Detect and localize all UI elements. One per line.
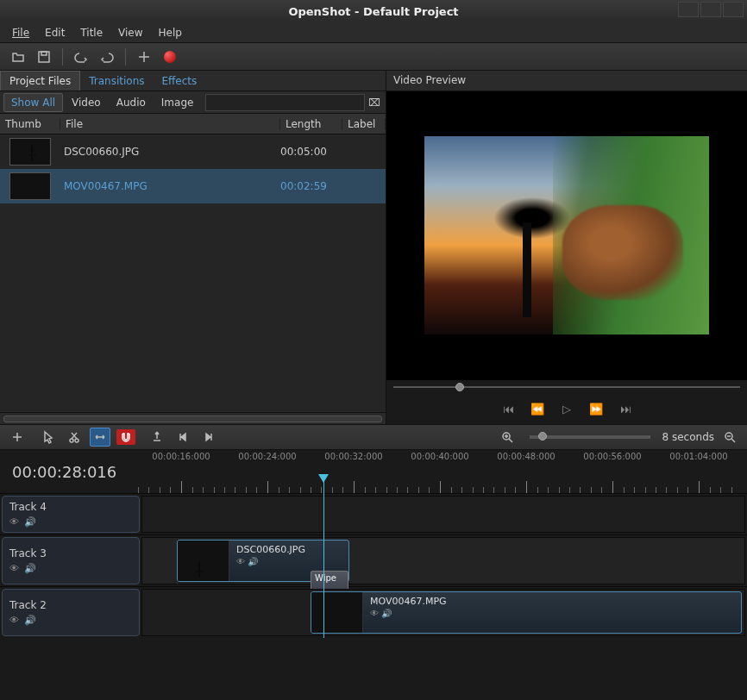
open-button[interactable] <box>7 47 29 67</box>
filter-image[interactable]: Image <box>154 94 201 111</box>
svg-rect-1 <box>41 52 47 55</box>
file-thumbnail <box>9 138 51 166</box>
left-tabs: Project Files Transitions Effects <box>0 71 386 91</box>
speaker-icon: 🔊 <box>248 557 258 566</box>
eye-icon: 👁 <box>236 557 245 566</box>
magnet-icon <box>116 429 135 445</box>
close-button[interactable] <box>723 2 744 17</box>
zoom-slider[interactable] <box>530 435 650 439</box>
menu-title[interactable]: Title <box>73 25 110 41</box>
eye-icon[interactable]: 👁 <box>9 563 19 574</box>
track-header[interactable]: Track 3 👁🔊 <box>2 537 140 584</box>
track-body[interactable] <box>141 496 745 533</box>
track-body[interactable]: DSC00660.JPG 👁 🔊 Wipe ... <box>141 537 745 584</box>
file-row[interactable]: MOV00467.MPG 00:02:59 <box>0 169 386 203</box>
file-length: 00:02:59 <box>280 180 342 192</box>
filter-search-input[interactable] <box>205 94 365 111</box>
menu-help[interactable]: Help <box>152 25 189 41</box>
minimize-button[interactable] <box>678 2 699 17</box>
timeline-tracks: Track 4 👁🔊 Track 3 👁🔊 DSC00660.JPG 👁 🔊 <box>0 493 747 638</box>
zoom-in-button[interactable] <box>497 428 518 447</box>
pointer-tool[interactable] <box>38 428 59 447</box>
file-name: DSC00660.JPG <box>60 146 280 158</box>
preview-image <box>424 136 709 334</box>
next-marker-button[interactable] <box>198 428 219 447</box>
add-marker-button[interactable] <box>147 428 167 447</box>
undo-button[interactable] <box>70 47 92 67</box>
window-title: OpenShot - Default Project <box>288 5 458 18</box>
titlebar: OpenShot - Default Project <box>0 0 747 22</box>
eye-icon: 👁 <box>370 609 379 618</box>
timeline-toolbar: 8 seconds <box>0 424 747 450</box>
track-header[interactable]: Track 2 👁🔊 <box>2 589 140 636</box>
razor-tool[interactable] <box>64 428 85 447</box>
file-length: 00:05:00 <box>280 146 342 158</box>
fast-forward-button[interactable]: ⏩ <box>586 400 606 417</box>
track: Track 4 👁🔊 <box>0 493 747 534</box>
add-track-button[interactable] <box>7 428 28 447</box>
clip-thumbnail <box>178 541 229 581</box>
playhead[interactable] <box>323 476 324 493</box>
redo-button[interactable] <box>96 47 118 67</box>
rewind-button[interactable]: ⏪ <box>527 400 548 417</box>
clip-name: DSC00660.JPG <box>236 544 342 555</box>
file-thumbnail <box>9 172 51 200</box>
file-row[interactable]: DSC00660.JPG 00:05:00 <box>0 134 386 169</box>
file-list[interactable]: DSC00660.JPG 00:05:00 MOV00467.MPG 00:02… <box>0 134 386 412</box>
tab-project-files[interactable]: Project Files <box>0 71 80 91</box>
col-label[interactable]: Label <box>342 118 386 130</box>
maximize-button[interactable] <box>700 2 721 17</box>
col-thumb[interactable]: Thumb <box>0 118 60 130</box>
timeline-ruler[interactable]: 00:00:16:000 00:00:24:000 00:00:32:000 0… <box>138 450 747 493</box>
project-panel: Project Files Transitions Effects Show A… <box>0 71 386 424</box>
menu-view[interactable]: View <box>111 25 149 41</box>
menu-edit[interactable]: Edit <box>38 25 72 41</box>
save-button[interactable] <box>33 47 55 67</box>
filter-show-all[interactable]: Show All <box>3 93 63 112</box>
svg-point-2 <box>70 439 73 442</box>
timeline: 00:00:28:016 00:00:16:000 00:00:24:000 0… <box>0 450 747 638</box>
clip-thumbnail <box>311 592 363 633</box>
col-file[interactable]: File <box>60 118 280 130</box>
preview-title: Video Preview <box>386 71 747 91</box>
transport-controls: ⏮ ⏪ ▷ ⏩ ⏭ <box>386 393 747 424</box>
preview-panel: Video Preview ⏮ ⏪ ▷ ⏩ ⏭ <box>386 71 747 424</box>
snap-toggle[interactable] <box>116 428 136 447</box>
zoom-label: 8 seconds <box>662 431 715 443</box>
preview-slider[interactable] <box>386 379 747 393</box>
svg-point-3 <box>75 439 78 442</box>
tab-effects[interactable]: Effects <box>154 72 206 91</box>
speaker-icon: 🔊 <box>381 609 392 618</box>
eye-icon[interactable]: 👁 <box>9 615 19 626</box>
speaker-icon[interactable]: 🔊 <box>24 563 36 574</box>
eye-icon[interactable]: 👁 <box>9 516 19 528</box>
resize-tool[interactable] <box>90 428 110 447</box>
file-name: MOV00467.MPG <box>60 180 280 192</box>
filter-audio[interactable]: Audio <box>110 94 153 111</box>
play-button[interactable]: ▷ <box>556 400 577 417</box>
skip-end-button[interactable]: ⏭ <box>615 400 636 417</box>
clip-name: MOV00467.MPG <box>370 596 734 607</box>
speaker-icon[interactable]: 🔊 <box>24 516 36 528</box>
import-button[interactable] <box>133 47 155 67</box>
speaker-icon[interactable]: 🔊 <box>24 615 36 626</box>
svg-rect-0 <box>39 52 49 62</box>
clip[interactable]: MOV00467.MPG 👁 🔊 <box>311 591 742 634</box>
col-length[interactable]: Length <box>280 118 342 130</box>
file-list-scrollbar[interactable] <box>0 412 386 424</box>
main-toolbar <box>0 43 747 71</box>
prev-marker-button[interactable] <box>173 428 193 447</box>
tab-transitions[interactable]: Transitions <box>80 72 153 91</box>
filter-video[interactable]: Video <box>65 94 108 111</box>
track-body[interactable]: MOV00467.MPG 👁 🔊 <box>141 589 745 636</box>
file-table-header: Thumb File Length Label <box>0 114 386 134</box>
skip-start-button[interactable]: ⏮ <box>498 400 518 417</box>
record-icon <box>164 51 176 63</box>
current-time: 00:00:28:016 <box>0 450 138 493</box>
zoom-out-button[interactable] <box>719 428 740 447</box>
export-button[interactable] <box>159 47 181 67</box>
menu-file[interactable]: File <box>5 25 36 41</box>
clear-search-button[interactable]: ⌧ <box>367 97 382 109</box>
track-header[interactable]: Track 4 👁🔊 <box>2 496 140 533</box>
preview-viewport[interactable] <box>386 91 747 379</box>
